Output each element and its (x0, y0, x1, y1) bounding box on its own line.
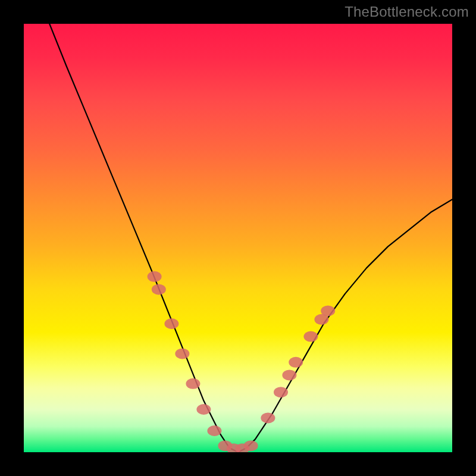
dots-left-branch-dot (196, 404, 211, 415)
dots-left-branch-dot (164, 318, 178, 329)
watermark-label: TheBottleneck.com (345, 4, 469, 20)
dots-right-branch-dot (289, 357, 303, 368)
dots-right-branch-dot (282, 369, 296, 380)
chart-frame: TheBottleneck.com (0, 0, 476, 476)
dots-valley-floor-dot (244, 440, 258, 451)
bottleneck-curve (49, 24, 452, 452)
dots-left-branch-dot (152, 284, 166, 295)
plot-area (24, 24, 452, 452)
dots-left-branch-dot (175, 348, 189, 359)
dots-right-branch-dot (303, 331, 318, 342)
dots-left-branch-dot (148, 271, 162, 282)
dots-left-branch-dot (207, 425, 221, 436)
curve-layer (24, 24, 452, 452)
dots-right-branch-dot (321, 305, 335, 316)
dots-right-branch-dot (274, 387, 288, 397)
dots-left-branch-dot (186, 378, 200, 389)
dots-right-branch-dot (261, 412, 275, 423)
